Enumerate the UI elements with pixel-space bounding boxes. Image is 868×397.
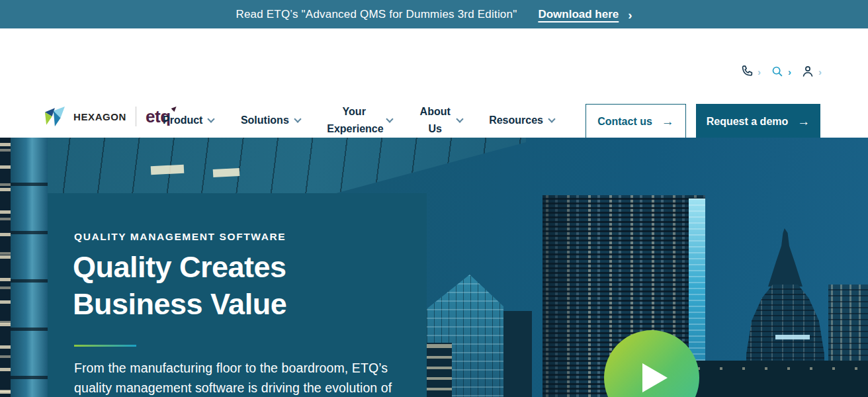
city-facade	[0, 138, 526, 196]
promo-banner-text: Read ETQ’s "Advanced QMS for Dummies 3rd…	[236, 8, 517, 21]
chevron-right-icon: ›	[818, 67, 822, 77]
hero-paragraph: From the manufacturing floor to the boar…	[74, 359, 425, 397]
search-link[interactable]: ›	[770, 64, 791, 79]
chevron-down-icon	[208, 115, 215, 122]
arrow-right-icon: →	[662, 114, 674, 129]
nav-item-about-us[interactable]: About Us	[419, 103, 462, 137]
lit-window	[213, 168, 240, 177]
lit-window	[151, 165, 185, 175]
hero-section: QUALITY MANAGEMENT SOFTWARE Quality Crea…	[0, 138, 868, 397]
hero-eyebrow: QUALITY MANAGEMENT SOFTWARE	[74, 231, 286, 243]
lit-window	[775, 335, 810, 339]
hexagon-wordmark: HEXAGON	[73, 111, 126, 122]
main-nav: Product Solutions Your Experience About …	[163, 99, 554, 142]
contact-us-button[interactable]: Contact us →	[586, 104, 686, 139]
nav-item-product[interactable]: Product	[163, 112, 214, 129]
arrow-right-icon: →	[797, 114, 810, 129]
download-here-link[interactable]: Download here	[538, 8, 619, 21]
hexagon-logo-icon	[44, 107, 67, 126]
utility-nav: › › ›	[740, 64, 822, 79]
chevron-right-icon: ›	[628, 7, 632, 21]
nav-item-resources[interactable]: Resources	[489, 112, 554, 129]
account-link[interactable]: ›	[801, 64, 822, 79]
logo-link[interactable]: HEXAGON etq	[44, 107, 171, 126]
chevron-right-icon: ›	[758, 67, 761, 77]
request-demo-button[interactable]: Request a demo →	[696, 104, 820, 139]
chevron-down-icon	[548, 115, 555, 122]
chevron-right-icon: ›	[788, 67, 791, 77]
logo-divider	[136, 107, 136, 126]
chevron-down-icon	[456, 115, 463, 122]
phone-link[interactable]: ›	[740, 64, 761, 79]
lit-window	[492, 167, 509, 174]
nav-item-your-experience[interactable]: Your Experience	[327, 103, 392, 137]
account-icon	[801, 64, 815, 79]
chevron-down-icon	[386, 115, 394, 122]
promo-banner: Read ETQ’s "Advanced QMS for Dummies 3rd…	[0, 0, 868, 28]
hero-divider	[74, 345, 136, 347]
site-header: › › › HEXAGON etq Produ	[0, 28, 868, 138]
play-icon	[642, 363, 668, 392]
nav-item-solutions[interactable]: Solutions	[241, 112, 300, 129]
search-icon	[770, 64, 785, 79]
city-building	[427, 343, 452, 397]
hero-title: Quality Creates Business Value	[73, 249, 286, 323]
city-building	[11, 138, 48, 397]
city-building	[688, 361, 868, 397]
chevron-down-icon	[294, 115, 301, 122]
phone-icon	[740, 64, 754, 79]
city-spire	[746, 228, 824, 287]
